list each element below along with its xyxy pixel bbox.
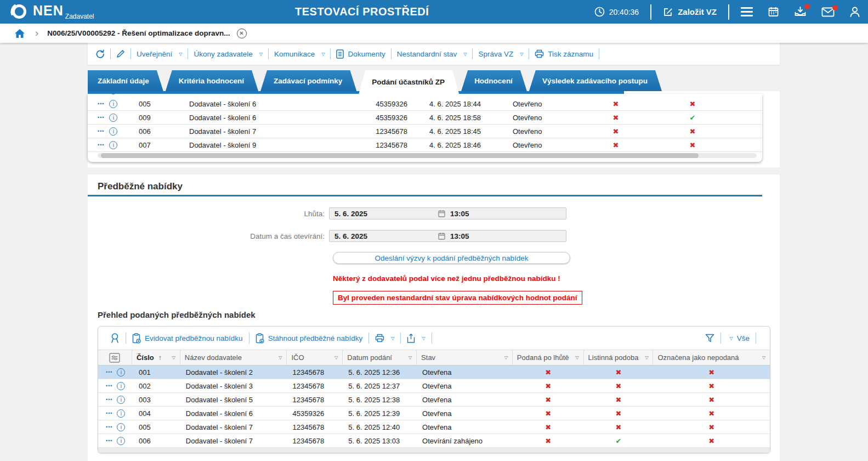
info-icon[interactable]: i — [117, 382, 125, 390]
row-menu-icon[interactable]: ••• — [98, 101, 104, 106]
column-header-stav[interactable]: Stav▽ — [417, 350, 513, 365]
info-icon[interactable]: i — [117, 368, 125, 376]
cell-supplier: Dodavatel - školení 6 — [178, 114, 343, 122]
table-row[interactable]: •••i 005 Dodavatel - školení 6 45359326 … — [88, 97, 762, 111]
printer-icon — [375, 334, 384, 342]
calendar-small-icon[interactable] — [438, 232, 445, 240]
column-header-oznacena-jako-nepodana[interactable]: Označena jako nepodaná▽ — [653, 350, 770, 365]
deadline-input[interactable]: 5. 6. 2025 13:05 — [329, 207, 566, 220]
deadline-label: Lhůta: — [88, 210, 329, 218]
opening-input[interactable]: 5. 6. 2025 13:05 — [329, 230, 566, 242]
tab-zadavaci-podminky[interactable]: Zadávací podmínky — [260, 70, 356, 91]
row-menu-icon[interactable]: ••• — [98, 128, 104, 134]
edit-record-button[interactable] — [116, 49, 125, 58]
table-row[interactable]: •••i 009 Dodavatel - školení 6 45359326 … — [88, 111, 762, 125]
refresh-button[interactable] — [95, 49, 105, 59]
calendar-small-icon[interactable] — [438, 210, 445, 217]
column-settings-button[interactable] — [98, 350, 132, 365]
download-offers-button[interactable]: Stáhnout předběžné nabídky — [256, 333, 363, 344]
table-row[interactable]: •••i 004 Dodavatel - školení 6 45359326 … — [98, 407, 770, 420]
info-icon[interactable]: i — [117, 423, 125, 431]
tab-zakladni-udaje[interactable]: Základní údaje — [88, 70, 163, 91]
column-filter-icon[interactable]: ▽ — [645, 355, 648, 360]
tab-hodnoceni[interactable]: Hodnocení — [461, 70, 527, 91]
info-icon[interactable]: i — [117, 437, 125, 445]
column-filter-icon[interactable]: ▽ — [279, 355, 282, 360]
tab-podani-ucastniku-zp[interactable]: Podání účastníků ZP — [359, 70, 459, 94]
column-filter-icon[interactable]: ▽ — [409, 355, 412, 360]
user-profile-button[interactable] — [849, 6, 860, 18]
nen-logo[interactable]: NEN Zadavatel — [10, 2, 94, 21]
downloads-button[interactable] — [794, 6, 807, 18]
export-button[interactable]: ▽ — [407, 334, 425, 343]
cell-ico: 12345678 — [287, 368, 343, 376]
row-menu-icon[interactable]: ••• — [106, 438, 112, 443]
column-filter-icon[interactable]: ▽ — [334, 355, 338, 360]
menu-sprava-vz[interactable]: Správa VZ▽ — [478, 50, 523, 58]
column-filter-icon[interactable]: ▽ — [575, 355, 578, 360]
cell-status: Otevřeno — [506, 127, 577, 136]
table-row[interactable]: •••i 003 Dodavatel - školení 5 12345678 … — [98, 393, 770, 407]
menu-nestandardni-stav[interactable]: Nestandardní stav▽ — [397, 50, 467, 58]
column-filter-icon[interactable]: ▽ — [172, 355, 175, 360]
menu-icon[interactable] — [741, 7, 753, 16]
award-ribbon-button[interactable] — [110, 333, 120, 344]
column-header-podana-po-lhute[interactable]: Podaná po lhůtě▽ — [513, 350, 584, 365]
row-menu-icon[interactable]: ••• — [106, 383, 112, 389]
deadline-date-value[interactable]: 5. 6. 2025 — [330, 210, 438, 218]
column-header-ico[interactable]: IČO▽ — [287, 350, 343, 365]
row-menu-icon[interactable]: ••• — [106, 397, 112, 402]
menu-komunikace[interactable]: Komunikace▽ — [274, 50, 325, 58]
calendar-button[interactable] — [768, 6, 779, 18]
messages-button[interactable] — [821, 7, 835, 17]
info-icon[interactable]: i — [117, 396, 125, 404]
cell-number: 004 — [129, 94, 178, 94]
table-row[interactable]: •••i 005 Dodavatel - školení 7 12345678 … — [98, 420, 770, 434]
table-row[interactable]: •••i 007 Dodavatel - školení 9 12345678 … — [88, 138, 762, 152]
view-all-selector[interactable]: ▽ Vše — [727, 334, 750, 342]
tab-kriteria-hodnoceni[interactable]: Kritéria hodnocení — [166, 70, 258, 91]
deadline-time-value[interactable]: 13:05 — [450, 210, 469, 218]
print-table-button[interactable]: ▽ — [375, 334, 394, 342]
row-menu-icon[interactable]: ••• — [106, 424, 112, 430]
create-vz-button[interactable]: Založit VZ — [663, 7, 717, 17]
register-offer-label: Evidovat předběžnou nabídku — [145, 334, 243, 342]
table-row[interactable]: •••i 002 Dodavatel - školení 3 12345678 … — [98, 379, 770, 393]
table-row[interactable]: •••i 006 Dodavatel - školení 7 12345678 … — [98, 434, 770, 448]
horizontal-scrollbar[interactable] — [98, 153, 757, 158]
column-header-listinna-podoba[interactable]: Listinná podoba▽ — [584, 350, 654, 365]
menu-ukony-zadavatele[interactable]: Úkony zadavatele▽ — [194, 50, 262, 58]
scrollbar-thumb[interactable] — [101, 153, 699, 158]
menu-dokumenty[interactable]: Dokumenty — [336, 49, 385, 59]
filter-button[interactable] — [705, 334, 714, 342]
info-icon[interactable]: i — [109, 114, 117, 122]
info-icon[interactable]: i — [109, 100, 117, 108]
row-menu-icon[interactable]: ••• — [98, 115, 104, 120]
print-record-button[interactable]: Tisk záznamu — [535, 49, 593, 58]
column-header-nazev[interactable]: Název dodavatele▽ — [180, 350, 287, 365]
info-icon[interactable]: i — [117, 409, 125, 418]
row-menu-icon[interactable]: ••• — [98, 142, 104, 148]
close-record-icon[interactable]: ✕ — [237, 29, 247, 38]
info-icon[interactable]: i — [109, 127, 117, 136]
menu-uverejneni[interactable]: Uveřejnění▽ — [137, 50, 182, 58]
home-icon[interactable] — [14, 29, 25, 38]
row-menu-icon[interactable]: ••• — [106, 369, 112, 375]
tab-vysledek-zadavaciho-postupu[interactable]: Výsledek zadávacího postupu — [529, 70, 662, 91]
row-menu-icon[interactable]: ••• — [106, 411, 112, 416]
info-icon[interactable]: i — [109, 141, 117, 149]
opening-date-value[interactable]: 5. 6. 2025 — [330, 232, 438, 240]
filter-funnel-icon — [705, 334, 714, 342]
column-header-datum[interactable]: Datum podání▽ — [343, 350, 417, 365]
breadcrumb-item[interactable]: N006/25/V00005292 - Řešení optimalizace … — [47, 29, 230, 37]
info-icon[interactable]: i — [109, 94, 117, 94]
horizontal-scrollbar[interactable] — [98, 448, 770, 453]
column-header-cislo[interactable]: Číslo↑▽ — [132, 350, 180, 365]
table-row[interactable]: •••i 006 Dodavatel - školení 7 12345678 … — [88, 125, 762, 138]
send-call-button[interactable]: Odeslání výzvy k podání předběžných nabí… — [333, 252, 570, 264]
column-filter-icon[interactable]: ▽ — [504, 355, 508, 360]
table-row[interactable]: •••i 001 Dodavatel - školení 2 12345678 … — [98, 366, 770, 379]
opening-time-value[interactable]: 13:05 — [450, 232, 469, 240]
register-offer-button[interactable]: Evidovat předběžnou nabídku — [132, 333, 243, 344]
column-filter-icon[interactable]: ▽ — [762, 355, 765, 360]
